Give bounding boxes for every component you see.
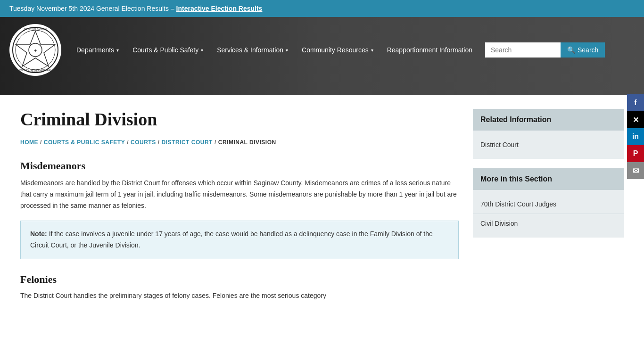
header-content: ✦ COUNTY OF SAGINAW SEAL COUNTY OF SAGIN…	[0, 17, 644, 83]
logo-svg: ✦ COUNTY OF SAGINAW SEAL COUNTY OF SAGIN…	[12, 26, 59, 74]
felonies-title: Felonies	[20, 273, 459, 286]
search-area: 🔍 Search	[485, 42, 605, 58]
more-in-section-title: More in this Section	[473, 168, 624, 190]
related-info-title: Related Information	[473, 109, 624, 131]
header: ✦ COUNTY OF SAGINAW SEAL COUNTY OF SAGIN…	[0, 17, 644, 95]
search-button[interactable]: 🔍 Search	[561, 42, 605, 58]
facebook-button[interactable]: f	[627, 94, 644, 111]
top-banner: Tuesday November 5th 2024 General Electi…	[0, 0, 644, 17]
logo[interactable]: ✦ COUNTY OF SAGINAW SEAL COUNTY OF SAGIN…	[9, 24, 61, 76]
right-sidebar: Related Information District Court More …	[473, 109, 624, 302]
more-in-section-box: More in this Section 70th District Court…	[473, 168, 624, 238]
related-info-content: District Court	[473, 131, 624, 159]
breadcrumb-district-court[interactable]: DISTRICT COURT	[162, 139, 213, 146]
email-button[interactable]: ✉	[627, 162, 644, 179]
nav-services[interactable]: Services & Information ▾	[211, 42, 294, 58]
election-results-link[interactable]: Interactive Election Results	[176, 5, 263, 12]
community-arrow: ▾	[371, 48, 373, 53]
felonies-text: The District Court handles the prelimina…	[20, 290, 459, 302]
related-district-court[interactable]: District Court	[473, 135, 624, 154]
breadcrumb-sep-2: /	[127, 139, 129, 146]
services-arrow: ▾	[286, 48, 288, 53]
banner-text: Tuesday November 5th 2024 General Electi…	[9, 5, 176, 12]
related-info-box: Related Information District Court	[473, 109, 624, 159]
misdemeanors-title: Misdemeanors	[20, 160, 459, 172]
link-civil-division[interactable]: Civil Division	[473, 214, 624, 233]
breadcrumb-sep-3: /	[158, 139, 160, 146]
breadcrumb-home[interactable]: HOME	[20, 139, 38, 146]
nav-departments[interactable]: Departments ▾	[71, 42, 124, 58]
breadcrumb-courts-public-safety[interactable]: COURTS & PUBLIC SAFETY	[44, 139, 125, 146]
breadcrumb-courts[interactable]: COURTS	[131, 139, 156, 146]
search-icon: 🔍	[567, 46, 575, 54]
breadcrumb: HOME / COURTS & PUBLIC SAFETY / COURTS /…	[20, 139, 459, 146]
breadcrumb-sep-1: /	[40, 139, 42, 146]
nav-community[interactable]: Community Resources ▾	[296, 42, 379, 58]
main-nav: Departments ▾ Courts & Public Safety ▾ S…	[71, 42, 635, 58]
note-text: If the case involves a juvenile under 17…	[30, 230, 433, 249]
svg-text:COUNTY OF SAGINAW: COUNTY OF SAGINAW	[24, 28, 48, 31]
main-content: Criminal Division HOME / COURTS & PUBLIC…	[11, 95, 633, 316]
breadcrumb-sep-4: /	[215, 139, 216, 146]
note-box: Note: If the case involves a juvenile un…	[20, 221, 459, 259]
page-title: Criminal Division	[20, 109, 459, 130]
search-input[interactable]	[485, 42, 561, 58]
svg-text:✦: ✦	[33, 48, 37, 53]
breadcrumb-criminal-division: CRIMINAL DIVISION	[218, 139, 276, 146]
more-in-section-content: 70th District Court Judges Civil Divisio…	[473, 190, 624, 238]
svg-text:FOUNDED 1835: FOUNDED 1835	[28, 71, 43, 73]
link-70th-judges[interactable]: 70th District Court Judges	[473, 195, 624, 214]
left-content: Criminal Division HOME / COURTS & PUBLIC…	[20, 109, 459, 302]
departments-arrow: ▾	[116, 48, 119, 53]
nav-reapportionment[interactable]: Reapportionment Information	[381, 42, 478, 58]
linkedin-button[interactable]: in	[627, 128, 644, 145]
misdemeanors-text: Misdemeanors are handled by the District…	[20, 178, 459, 211]
twitter-button[interactable]: ✕	[627, 111, 644, 128]
courts-arrow: ▾	[201, 48, 203, 53]
pinterest-button[interactable]: P	[627, 145, 644, 162]
note-label: Note:	[30, 230, 47, 238]
nav-courts[interactable]: Courts & Public Safety ▾	[127, 42, 209, 58]
social-sidebar: f ✕ in P ✉	[627, 94, 644, 179]
